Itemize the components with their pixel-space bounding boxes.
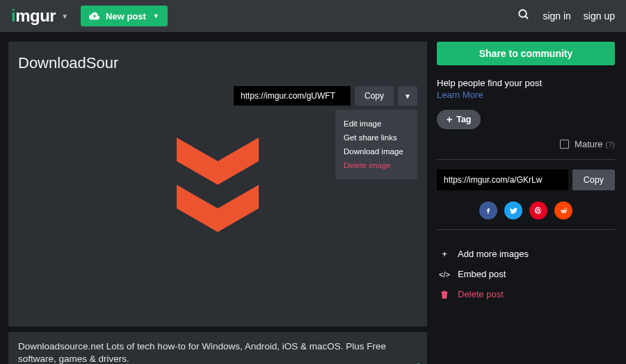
copy-album-url-button[interactable]: Copy: [572, 169, 615, 190]
top-bar: imgur ▼ New post ▼ sign in sign up: [0, 0, 626, 32]
new-post-button[interactable]: New post ▼: [81, 6, 168, 26]
delete-post-label: Delete post: [458, 289, 504, 299]
embed-post-button[interactable]: </> Embed post: [437, 264, 615, 284]
add-more-images-button[interactable]: + Add more images: [437, 244, 615, 264]
embed-post-label: Embed post: [458, 269, 506, 279]
image-area: Copy ▼ Edit image Get share links Downlo…: [18, 86, 417, 297]
image-url-input[interactable]: [234, 86, 351, 106]
search-icon[interactable]: [517, 8, 530, 24]
menu-download-image[interactable]: Download image: [335, 144, 417, 158]
divider: [437, 229, 615, 230]
sign-in-link[interactable]: sign in: [543, 10, 570, 22]
reddit-icon[interactable]: [554, 201, 572, 220]
chevron-down-icon: ▼: [404, 92, 411, 100]
image-dropdown-menu: Edit image Get share links Download imag…: [335, 110, 417, 179]
plus-icon: +: [437, 249, 452, 259]
add-more-images-label: Add more images: [458, 249, 529, 259]
help-text: Help people find your post: [437, 78, 615, 88]
mature-checkbox[interactable]: [560, 140, 569, 149]
add-tag-button[interactable]: + Tag: [437, 110, 481, 129]
learn-more-link[interactable]: Learn More: [437, 90, 483, 100]
chevron-down-icon[interactable]: ▼: [153, 13, 159, 19]
copy-image-url-button[interactable]: Copy: [355, 86, 394, 106]
facebook-icon[interactable]: [479, 201, 497, 220]
sidebar: Share to community Help people find your…: [437, 42, 615, 364]
new-post-label: New post: [106, 11, 146, 22]
svg-line-1: [526, 16, 529, 19]
album-url-row: Copy: [437, 169, 615, 190]
svg-point-0: [520, 10, 527, 17]
embed-icon: </>: [437, 270, 452, 279]
logo[interactable]: imgur: [11, 6, 56, 26]
delete-post-button[interactable]: Delete post: [437, 284, 615, 304]
image-menu-toggle[interactable]: ▼: [398, 86, 417, 106]
cloud-upload-icon: [89, 12, 100, 20]
uploaded-image[interactable]: [177, 138, 259, 238]
chevron-down-icon[interactable]: ▼: [61, 13, 68, 20]
main-column: DownloadSour Copy ▼ Edit image Get share…: [8, 42, 427, 364]
image-toolbar: Copy ▼: [234, 86, 417, 106]
album-url-input[interactable]: [437, 169, 568, 190]
post-description[interactable]: Downloadsource.net Lots of tech how-to f…: [8, 332, 427, 364]
mature-label: Mature: [575, 139, 602, 149]
help-block: Help people find your post Learn More: [437, 78, 615, 100]
post-description-text: Downloadsource.net Lots of tech how-to f…: [18, 341, 386, 364]
twitter-icon[interactable]: [504, 201, 522, 220]
trash-icon: [437, 290, 452, 299]
menu-edit-image[interactable]: Edit image: [335, 117, 417, 131]
social-row: [437, 201, 615, 220]
plus-icon: +: [447, 114, 452, 125]
post-card: DownloadSour Copy ▼ Edit image Get share…: [8, 42, 427, 326]
share-to-community-button[interactable]: Share to community: [437, 42, 615, 65]
menu-delete-image[interactable]: Delete image: [335, 158, 417, 172]
logo-text: mgur: [15, 6, 56, 26]
divider: [437, 159, 615, 160]
help-icon[interactable]: (?): [606, 140, 615, 149]
post-actions: + Add more images </> Embed post Delete …: [437, 244, 615, 304]
tag-label: Tag: [456, 115, 471, 124]
pinterest-icon[interactable]: [529, 201, 547, 220]
mature-row: Mature (?): [437, 139, 615, 149]
sign-up-link[interactable]: sign up: [584, 10, 615, 22]
post-title[interactable]: DownloadSour: [18, 54, 417, 72]
menu-get-share-links[interactable]: Get share links: [335, 131, 417, 144]
